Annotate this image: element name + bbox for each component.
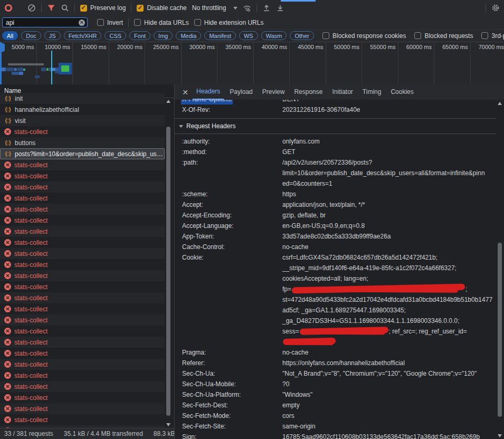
request-row[interactable]: ✕stats-collect (0, 292, 165, 303)
hide-extension-urls-checkbox[interactable] (194, 19, 201, 26)
preserve-log-toggle[interactable]: Preserve log (80, 4, 126, 12)
request-name: stats-collect (14, 128, 47, 136)
toggle-blocked-requests[interactable]: Blocked requests (414, 32, 473, 40)
filter-chip-font[interactable]: Font (129, 31, 150, 40)
request-row[interactable]: ✕stats-collect (0, 359, 165, 370)
request-row[interactable]: ✕stats-collect (0, 248, 165, 259)
tab-headers[interactable]: Headers (193, 84, 224, 100)
filter-chip-img[interactable]: Img (154, 31, 173, 40)
details-scrollbar[interactable] (496, 100, 503, 439)
preserve-log-checkbox[interactable] (80, 5, 87, 12)
request-headers-section[interactable]: Request Headers (175, 120, 496, 132)
request-row[interactable]: ✕stats-collect (0, 204, 165, 215)
request-header-row: Accept-Encoding:gzip, deflate, br (175, 210, 496, 221)
hide-extension-urls-toggle[interactable]: Hide extension URLs (194, 19, 264, 26)
request-row[interactable]: {:}posts?limit=10&order=publish_date_des… (0, 148, 165, 159)
timeline-overview[interactable]: 5000 ms10000 ms15000 ms20000 ms25000 ms3… (0, 42, 504, 85)
filter-input[interactable]: api ✕ (2, 17, 88, 27)
hide-data-urls-checkbox[interactable] (134, 19, 141, 26)
request-row[interactable]: {:}init (0, 93, 165, 104)
request-row[interactable]: ✕stats-collect (0, 403, 165, 414)
checkbox[interactable] (481, 32, 488, 39)
hide-data-urls-toggle[interactable]: Hide data URLs (134, 19, 189, 26)
details-tab-bar: ✕ HeadersPayloadPreviewResponseInitiator… (175, 84, 504, 100)
filter-chip-wasm[interactable]: Wasm (261, 31, 287, 40)
filter-chip-other[interactable]: Other (290, 31, 314, 40)
request-row[interactable]: {:}buttons (0, 137, 165, 148)
filter-chip-media[interactable]: Media (176, 31, 201, 40)
request-row[interactable]: ✕stats-collect (0, 326, 165, 337)
gear-icon[interactable] (491, 4, 500, 12)
overview-drag-handle[interactable] (0, 43, 5, 52)
disable-cache-toggle[interactable]: Disable cache (137, 4, 186, 12)
filter-chip-manifest[interactable]: Manifest (204, 31, 236, 40)
request-row[interactable]: ✕stats-collect (0, 303, 165, 314)
request-row[interactable]: ✕stats-collect (0, 337, 165, 348)
filter-icon[interactable] (47, 4, 55, 12)
request-row[interactable]: ✕stats-collect (0, 159, 165, 170)
record-icon[interactable] (4, 4, 13, 12)
filter-chip-all[interactable]: All (2, 31, 18, 40)
scroll-up-icon[interactable] (498, 102, 502, 105)
tab-preview[interactable]: Preview (259, 84, 289, 100)
scroll-down-icon[interactable] (498, 434, 502, 437)
request-list-scrollbar[interactable] (165, 98, 172, 428)
request-list: {:}init{:}hannahelizabethofficial{:}visi… (0, 93, 165, 428)
error-icon: ✕ (4, 173, 11, 179)
request-row[interactable]: ✕stats-collect (0, 270, 165, 281)
filter-chip-fetch-xhr[interactable]: Fetch/XHR (64, 31, 102, 40)
request-row[interactable]: ✕stats-collect (0, 281, 165, 292)
toggle-3rd-party-requests[interactable]: 3rd-party requests (481, 32, 504, 40)
headers-content: X-Frame-Options: DENY X-Of-Rev: 20231226… (175, 100, 496, 439)
tab-timing[interactable]: Timing (359, 84, 385, 100)
disable-cache-checkbox[interactable] (137, 5, 144, 12)
request-row[interactable]: ✕stats-collect (0, 414, 165, 425)
request-row[interactable]: {:}visit (0, 115, 165, 126)
throttling-select[interactable]: No throttling (192, 4, 238, 12)
request-row[interactable]: ✕stats-collect (0, 182, 165, 193)
tab-response[interactable]: Response (290, 84, 326, 100)
request-header-row: Sign:16785:5aad9602cf110608b03133de56364… (175, 432, 496, 439)
error-icon: ✕ (4, 372, 11, 379)
network-conditions-icon[interactable] (243, 4, 251, 12)
request-row[interactable]: ✕stats-collect (0, 193, 165, 204)
request-row[interactable]: ✕stats-collect (0, 314, 165, 326)
request-row[interactable]: ✕stats-collect (0, 237, 165, 248)
filter-chip-ws[interactable]: WS (239, 31, 258, 40)
request-row[interactable]: ✕stats-collect (0, 126, 165, 137)
close-icon[interactable]: ✕ (180, 88, 191, 97)
filter-chip-js[interactable]: JS (44, 31, 61, 40)
json-request-icon: {:} (4, 107, 12, 112)
scrollbar-thumb[interactable] (166, 127, 170, 416)
request-row[interactable]: ✕stats-collect (0, 370, 165, 381)
import-har-icon[interactable] (262, 4, 271, 12)
search-icon[interactable] (61, 4, 69, 12)
tab-cookies[interactable]: Cookies (387, 84, 417, 100)
checkbox[interactable] (322, 32, 329, 39)
checkbox[interactable] (414, 32, 421, 39)
hide-data-urls-label: Hide data URLs (144, 19, 189, 26)
request-row[interactable]: {:}hannahelizabethofficial (0, 104, 165, 115)
request-row[interactable]: ✕stats-collect (0, 259, 165, 270)
tab-initiator[interactable]: Initiator (328, 84, 356, 100)
invert-checkbox[interactable] (97, 19, 104, 26)
filter-chip-doc[interactable]: Doc (21, 31, 41, 40)
request-row[interactable]: ✕stats-collect (0, 348, 165, 359)
scrollbar-thumb[interactable] (498, 243, 502, 417)
request-row[interactable]: ✕stats-collect (0, 170, 165, 182)
tab-payload[interactable]: Payload (226, 84, 256, 100)
request-row[interactable]: ✕stats-collect (0, 215, 165, 226)
header-name: X-Frame-Options: (175, 100, 282, 104)
toggle-blocked-response-cookies[interactable]: Blocked response cookies (322, 32, 406, 40)
header-name: X-Of-Rev: (175, 104, 282, 115)
invert-toggle[interactable]: Invert (97, 19, 123, 26)
export-har-icon[interactable] (276, 4, 284, 12)
scroll-up-icon[interactable] (166, 100, 170, 103)
filter-chip-css[interactable]: CSS (104, 31, 126, 40)
request-row[interactable]: ✕stats-collect (0, 381, 165, 392)
scroll-down-icon[interactable] (166, 423, 170, 426)
request-row[interactable]: ✕stats-collect (0, 392, 165, 403)
clear-filter-icon[interactable]: ✕ (79, 20, 85, 26)
clear-icon[interactable] (27, 4, 36, 12)
request-row[interactable]: ✕stats-collect (0, 226, 165, 237)
